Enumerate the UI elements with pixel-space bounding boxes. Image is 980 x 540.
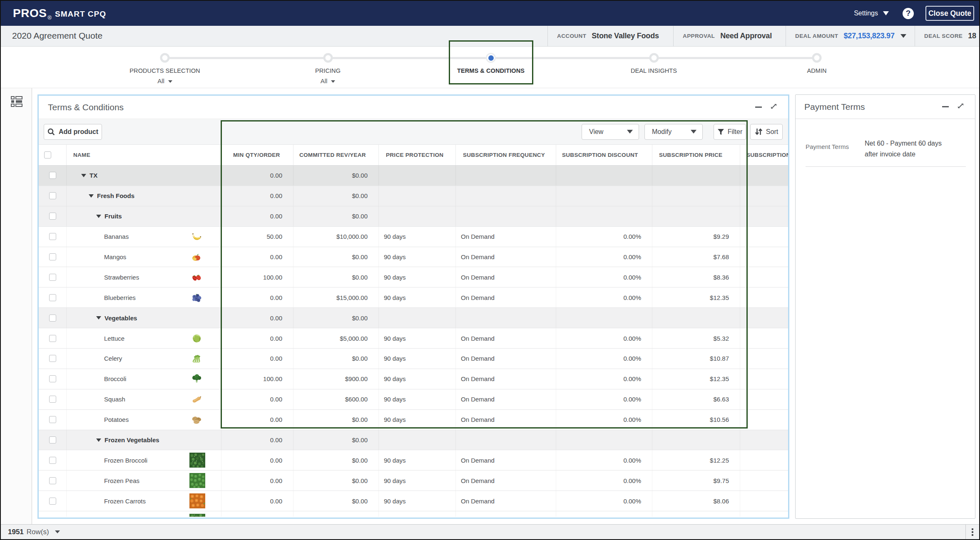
chevron-down-icon: [627, 130, 633, 134]
table-body: TX0.00$0.00Fresh Foods0.00$0.00Fruits0.0…: [39, 166, 788, 518]
add-product-button[interactable]: Add product: [44, 124, 102, 140]
step-scope-dropdown[interactable]: All: [98, 77, 231, 84]
mangos-icon: [191, 251, 202, 263]
column-header-subscription-discount[interactable]: SUBSCRIPTION DISCOUNT: [556, 145, 652, 165]
row-checkbox[interactable]: [49, 315, 56, 322]
collapse-triangle-icon[interactable]: [96, 215, 101, 218]
product-name[interactable]: Frozen Broccoli: [104, 457, 147, 464]
row-checkbox[interactable]: [49, 253, 56, 260]
row-checkbox[interactable]: [49, 192, 56, 199]
table-cell: [740, 267, 788, 287]
layout-list-icon[interactable]: [11, 96, 22, 109]
row-checkbox[interactable]: [49, 213, 56, 220]
product-name[interactable]: Broccoli: [104, 375, 126, 382]
view-dropdown[interactable]: View: [582, 124, 639, 140]
table-cell: 0.00: [221, 430, 293, 450]
select-all-checkbox[interactable]: [44, 151, 51, 159]
step-dot[interactable]: [160, 53, 170, 63]
product-name[interactable]: Potatoes: [104, 416, 129, 423]
collapse-triangle-icon[interactable]: [96, 316, 101, 320]
left-side-rail: [1, 88, 32, 524]
minimize-icon[interactable]: [942, 106, 949, 107]
table-cell: 0.00: [221, 247, 293, 267]
group-row-label[interactable]: TX: [81, 172, 97, 179]
product-name[interactable]: Strawberries: [104, 274, 139, 281]
filter-button-label: Filter: [728, 128, 743, 136]
column-header-subscription-qty[interactable]: SUBSCRIPTION QTY: [740, 145, 788, 165]
column-header-subscription-price[interactable]: SUBSCRIPTION PRICE: [652, 145, 740, 165]
step-scope-dropdown[interactable]: All: [261, 77, 395, 84]
group-row-label[interactable]: Fruits: [96, 213, 122, 220]
row-checkbox[interactable]: [49, 457, 56, 464]
table-cell: [740, 227, 788, 247]
column-header-price-protection[interactable]: PRICE PROTECTION: [378, 145, 455, 165]
table-cell: $900.00: [293, 369, 378, 389]
step-dot[interactable]: [812, 53, 822, 63]
settings-menu[interactable]: Settings: [854, 10, 889, 17]
row-checkbox[interactable]: [49, 375, 56, 382]
row-count[interactable]: 1951 Row(s): [8, 528, 60, 536]
row-checkbox[interactable]: [49, 477, 56, 484]
step-dot[interactable]: [649, 53, 659, 63]
row-checkbox[interactable]: [49, 436, 56, 443]
minimize-icon[interactable]: [755, 107, 762, 108]
step-dot[interactable]: [323, 53, 333, 63]
row-checkbox[interactable]: [49, 396, 56, 403]
close-quote-button[interactable]: Close Quote: [925, 6, 974, 21]
product-name[interactable]: Bananas: [104, 233, 129, 240]
product-name[interactable]: Squash: [104, 396, 125, 403]
group-row-label[interactable]: Vegetables: [96, 315, 137, 322]
collapse-triangle-icon[interactable]: [89, 194, 94, 198]
row-checkbox[interactable]: [49, 416, 56, 423]
table-cell: 90 days: [378, 247, 455, 267]
column-header-committed-rev[interactable]: COMMITTED REV/YEAR: [293, 145, 378, 165]
expand-icon[interactable]: [770, 103, 777, 111]
row-checkbox[interactable]: [49, 294, 56, 301]
chevron-down-icon: [900, 34, 906, 38]
product-name[interactable]: Celery: [104, 355, 122, 362]
row-checkbox[interactable]: [49, 335, 56, 342]
table-cell: 100.00: [221, 369, 293, 389]
filter-button[interactable]: Filter: [714, 124, 746, 140]
payment-terms-field-value[interactable]: Net 60 - Payment 60 days after invoice d…: [865, 138, 948, 159]
chevron-down-icon: [331, 80, 335, 83]
row-checkbox[interactable]: [49, 172, 56, 179]
table-cell: On Demand: [455, 450, 556, 470]
table-cell: $8.36: [652, 267, 740, 287]
group-row-label[interactable]: Frozen Vegetables: [96, 436, 159, 443]
table-cell: $10,000.00: [293, 227, 378, 247]
expand-icon[interactable]: [957, 102, 964, 111]
table-cell: [556, 186, 652, 206]
product-name[interactable]: Frozen Carrots: [104, 498, 146, 505]
row-checkbox[interactable]: [49, 498, 56, 505]
account-label: ACCOUNT: [557, 33, 586, 39]
column-header-min-qty[interactable]: MIN QTY/ORDER: [221, 145, 293, 165]
status-bar-menu[interactable]: [965, 525, 979, 539]
product-name[interactable]: Lettuce: [104, 335, 124, 342]
row-checkbox[interactable]: [49, 233, 56, 240]
table-cell: [652, 430, 740, 450]
column-header-name[interactable]: NAME: [66, 145, 221, 165]
main-content: Terms & Conditions: [1, 88, 979, 524]
row-checkbox[interactable]: [49, 355, 56, 362]
step-dot-active[interactable]: [486, 53, 496, 63]
table-cell: 0.00: [221, 166, 293, 186]
table-cell: On Demand: [455, 410, 556, 430]
group-row-label[interactable]: Fresh Foods: [89, 192, 134, 199]
table-cell: On Demand: [455, 287, 556, 307]
product-name[interactable]: Blueberries: [104, 294, 136, 301]
app-title: SMART CPQ: [55, 10, 106, 19]
modify-dropdown[interactable]: Modify: [644, 124, 703, 140]
approval-value: Need Approval: [720, 32, 772, 40]
product-name[interactable]: Frozen Peas: [104, 477, 139, 484]
deal-amount-field[interactable]: DEAL AMOUNT $27,153,823.97: [786, 26, 906, 46]
help-button[interactable]: ?: [903, 8, 914, 19]
collapse-triangle-icon[interactable]: [96, 438, 101, 442]
table-cell: 100.00: [221, 267, 293, 287]
row-checkbox[interactable]: [49, 274, 56, 281]
column-header-subscription-frequency[interactable]: SUBSCRIPTION FREQUENCY: [455, 145, 556, 165]
product-name[interactable]: Mangos: [104, 253, 126, 260]
deal-score-field: DEAL SCORE 18: [915, 26, 979, 46]
sort-button[interactable]: Sort: [750, 124, 783, 140]
collapse-triangle-icon[interactable]: [81, 174, 86, 177]
